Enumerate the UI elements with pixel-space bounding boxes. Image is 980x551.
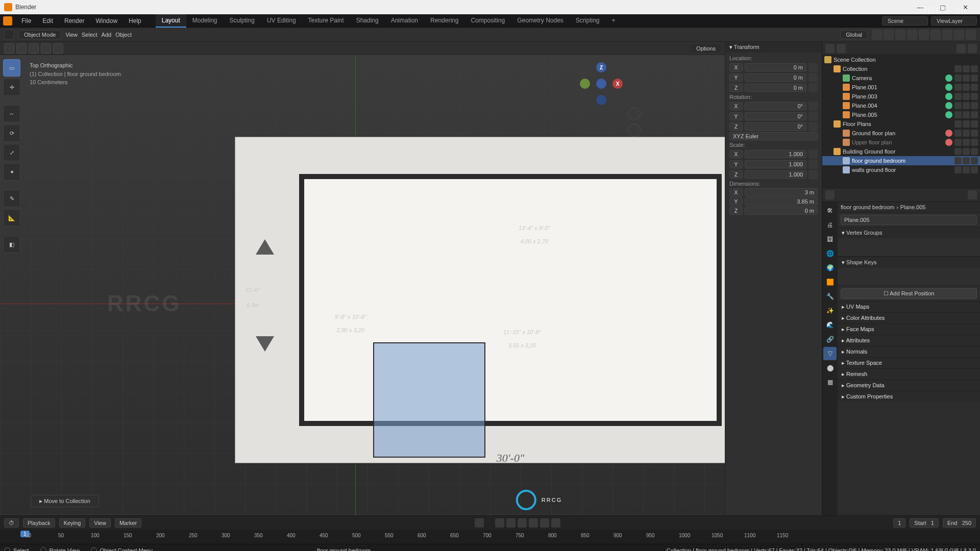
menu-window[interactable]: Window bbox=[90, 16, 122, 26]
outliner-item[interactable]: Camera bbox=[822, 73, 980, 83]
lock-icon[interactable] bbox=[808, 122, 818, 131]
panel-shape-keys-header[interactable]: ▾ Shape Keys bbox=[838, 257, 980, 268]
gizmo-z-axis[interactable]: Z bbox=[596, 62, 606, 72]
outliner-eye-toggle[interactable] bbox=[954, 93, 962, 100]
lock-icon[interactable] bbox=[808, 112, 818, 121]
workspace-modeling[interactable]: Modeling bbox=[186, 14, 224, 28]
outliner-item[interactable]: Ground floor plan bbox=[822, 129, 980, 138]
shading-wire-icon[interactable] bbox=[930, 30, 941, 40]
outliner-eye-toggle[interactable] bbox=[954, 157, 962, 164]
workspace-texpaint[interactable]: Texture Paint bbox=[302, 14, 350, 28]
panel-color-attributes-header[interactable]: ▸ Color Attributes bbox=[838, 312, 980, 323]
outliner-select-toggle[interactable] bbox=[963, 65, 970, 72]
menu-file[interactable]: File bbox=[16, 16, 36, 26]
outliner-select-toggle[interactable] bbox=[963, 93, 970, 100]
gizmo-x-axis[interactable]: X bbox=[612, 79, 623, 89]
tool-add-cube[interactable]: ◧ bbox=[3, 236, 20, 253]
tool-move[interactable]: ↔ bbox=[3, 105, 20, 122]
xray-toggle-icon[interactable] bbox=[919, 30, 929, 40]
workspace-shading[interactable]: Shading bbox=[350, 14, 385, 28]
select-mode-2-icon[interactable] bbox=[16, 43, 27, 54]
current-frame-field[interactable]: 1 bbox=[893, 518, 905, 528]
search-icon[interactable] bbox=[968, 190, 977, 199]
menu-render[interactable]: Render bbox=[59, 16, 89, 26]
outliner-item[interactable]: Plane.001 bbox=[822, 83, 980, 92]
gizmo-z-neg-axis[interactable] bbox=[596, 95, 606, 105]
outliner-select-toggle[interactable] bbox=[963, 166, 970, 173]
viewport-options-dropdown[interactable]: Options bbox=[691, 44, 721, 53]
outliner-item[interactable]: Collection bbox=[822, 64, 980, 73]
outliner-item[interactable]: Plane.005 bbox=[822, 110, 980, 119]
workspace-animation[interactable]: Animation bbox=[385, 14, 424, 28]
viewport-menu-add[interactable]: Add bbox=[102, 32, 112, 38]
outliner-eye-toggle[interactable] bbox=[954, 120, 962, 128]
outliner-render-toggle[interactable] bbox=[971, 84, 978, 91]
search-icon[interactable] bbox=[957, 44, 966, 53]
outliner-render-toggle[interactable] bbox=[971, 130, 978, 137]
timeline-marker-menu[interactable]: Marker bbox=[115, 518, 141, 528]
jump-start-icon[interactable] bbox=[495, 518, 504, 528]
object-data-name-field[interactable]: Plane.005 bbox=[841, 215, 977, 225]
panel-texture-space-header[interactable]: ▸ Texture Space bbox=[838, 357, 980, 368]
workspace-uv[interactable]: UV Editing bbox=[261, 14, 302, 28]
timeline-editor-icon[interactable]: ⏱ bbox=[4, 518, 19, 528]
workspace-scripting[interactable]: Scripting bbox=[570, 14, 606, 28]
outliner-select-toggle[interactable] bbox=[963, 130, 970, 137]
tab-modifiers-icon[interactable]: 🔧 bbox=[823, 290, 837, 303]
tab-world-icon[interactable]: 🌍 bbox=[823, 261, 837, 274]
tab-texture-icon[interactable]: ▦ bbox=[823, 375, 837, 389]
select-mode-icon[interactable] bbox=[4, 43, 14, 54]
panel-geometry-data-header[interactable]: ▸ Geometry Data bbox=[838, 380, 980, 391]
loc-z-field[interactable]: 0 m bbox=[745, 84, 806, 92]
outliner-render-toggle[interactable] bbox=[971, 65, 978, 72]
dim-y-field[interactable]: 3.85 m bbox=[745, 197, 818, 206]
workspace-sculpting[interactable]: Sculpting bbox=[224, 14, 261, 28]
scl-y-field[interactable]: 1.000 bbox=[745, 160, 806, 168]
play-icon[interactable] bbox=[529, 518, 538, 528]
outliner-item[interactable]: Plane.004 bbox=[822, 101, 980, 110]
properties-editor-icon[interactable] bbox=[825, 190, 835, 199]
rot-x-field[interactable]: 0° bbox=[745, 102, 806, 110]
outliner-editor-icon[interactable] bbox=[825, 44, 835, 53]
timeline-ruler[interactable]: 1 10501001502002503003504004505005506006… bbox=[0, 530, 980, 544]
panel-uv-maps-header[interactable]: ▸ UV Maps bbox=[838, 301, 980, 312]
outliner-item[interactable]: Plane.003 bbox=[822, 92, 980, 101]
lock-icon[interactable] bbox=[808, 170, 818, 179]
proportional-edit-icon[interactable] bbox=[884, 30, 894, 40]
outliner-select-toggle[interactable] bbox=[963, 74, 970, 82]
outliner-select-toggle[interactable] bbox=[963, 139, 970, 146]
shading-solid-icon[interactable] bbox=[942, 30, 952, 40]
tool-select-box[interactable]: ▭ bbox=[3, 59, 20, 77]
window-close-button[interactable]: ✕ bbox=[954, 1, 976, 13]
menu-edit[interactable]: Edit bbox=[37, 16, 58, 26]
outliner-render-toggle[interactable] bbox=[971, 111, 978, 118]
tab-particles-icon[interactable]: ✨ bbox=[823, 304, 837, 317]
menu-help[interactable]: Help bbox=[124, 16, 146, 26]
select-mode-4-icon[interactable] bbox=[41, 43, 51, 54]
outliner-render-toggle[interactable] bbox=[971, 166, 978, 173]
lock-icon[interactable] bbox=[808, 149, 818, 159]
outliner-eye-toggle[interactable] bbox=[954, 111, 962, 118]
tab-output-icon[interactable]: 🖨 bbox=[823, 218, 837, 232]
loc-y-field[interactable]: 0 m bbox=[745, 73, 806, 82]
dim-x-field[interactable]: 3 m bbox=[745, 188, 818, 196]
viewport-menu-object[interactable]: Object bbox=[115, 32, 132, 38]
mode-selector[interactable]: Object Mode bbox=[18, 30, 61, 39]
outliner-select-toggle[interactable] bbox=[963, 102, 970, 109]
outliner-render-toggle[interactable] bbox=[971, 102, 978, 109]
outliner-scene-collection[interactable]: Scene Collection bbox=[822, 55, 980, 64]
outliner-eye-toggle[interactable] bbox=[954, 139, 962, 146]
panel-shape-keys-body[interactable] bbox=[838, 268, 980, 286]
panel-vertex-groups-header[interactable]: ▾ Vertex Groups bbox=[838, 227, 980, 238]
lock-icon[interactable] bbox=[808, 63, 818, 72]
loc-x-field[interactable]: 0 m bbox=[745, 63, 806, 71]
viewport-menu-select[interactable]: Select bbox=[82, 32, 97, 38]
panel-face-maps-header[interactable]: ▸ Face Maps bbox=[838, 323, 980, 335]
pan-gizmo-icon[interactable] bbox=[627, 123, 641, 137]
tool-measure[interactable]: 📐 bbox=[3, 209, 20, 227]
outliner-render-toggle[interactable] bbox=[971, 139, 978, 146]
editor-type-icon[interactable] bbox=[4, 30, 14, 40]
gizmo-y-neg-axis[interactable] bbox=[580, 79, 590, 89]
rot-z-field[interactable]: 0° bbox=[745, 122, 806, 131]
tab-render-icon[interactable]: 🛠 bbox=[823, 204, 837, 217]
